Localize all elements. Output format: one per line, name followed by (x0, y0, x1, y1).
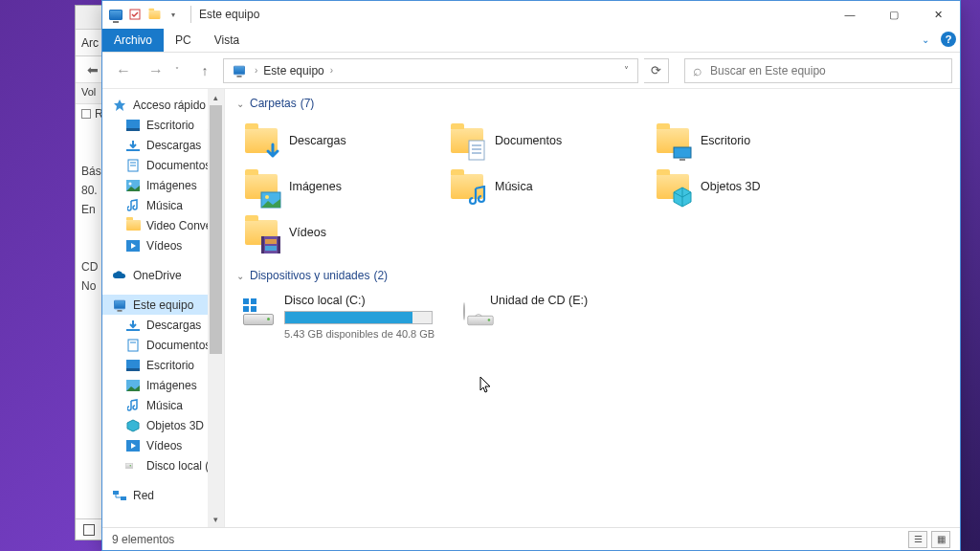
qat-dropdown-icon[interactable]: ▾ (166, 7, 181, 22)
svg-rect-4 (126, 149, 140, 151)
svg-rect-26 (674, 147, 691, 158)
sidebar-item-documentos[interactable]: Documentos📌 (102, 155, 224, 175)
folder-musica[interactable]: Música (442, 164, 648, 209)
close-button[interactable]: ✕ (916, 1, 960, 28)
folder-icon (125, 218, 141, 233)
explorer-window: ▾ Este equipo — ▢ ✕ Archivo PC Vista ⌄ ?… (101, 0, 961, 551)
tab-vista[interactable]: Vista (203, 29, 251, 52)
document-icon (125, 338, 141, 353)
cd-drive-icon (446, 294, 482, 330)
tile-label: Música (495, 180, 533, 193)
video-icon (125, 238, 141, 253)
help-button[interactable]: ? (937, 27, 960, 52)
svg-marker-1 (114, 99, 125, 111)
music-icon (125, 198, 141, 213)
folder-descargas[interactable]: Descargas (236, 118, 442, 164)
folder-imagenes[interactable]: Imágenes (236, 164, 442, 209)
maximize-button[interactable]: ▢ (872, 1, 916, 28)
svg-rect-2 (126, 120, 140, 128)
scroll-down-icon[interactable]: ▾ (208, 511, 224, 527)
folder-documentos[interactable]: Documentos (442, 118, 648, 164)
tile-label: Escritorio (701, 134, 750, 147)
desktop-icon (125, 118, 141, 133)
sidebar-item-escritorio[interactable]: Escritorio (102, 355, 224, 375)
sidebar-item-imagenes[interactable]: Imágenes (102, 375, 224, 395)
sidebar-item-disco-local[interactable]: Disco local (C:) (102, 455, 224, 475)
sidebar-item-videos[interactable]: Vídeos (102, 435, 224, 455)
sidebar-item-documentos[interactable]: Documentos (102, 335, 224, 355)
folder-cube-icon (653, 166, 693, 207)
titlebar[interactable]: ▾ Este equipo — ▢ ✕ (102, 1, 960, 28)
qat-newfolder-icon[interactable] (146, 7, 162, 22)
content-pane[interactable]: ⌄ Carpetas (7) Descargas Documentos (225, 89, 960, 527)
svg-rect-37 (243, 306, 249, 312)
scroll-thumb[interactable] (210, 105, 222, 354)
chevron-right-icon[interactable]: › (328, 65, 335, 76)
sidebar-item-descargas[interactable]: Descargas📌 (102, 135, 224, 155)
mouse-cursor-icon (479, 376, 493, 399)
cloud-icon (112, 268, 127, 283)
search-icon: ⌕ (693, 62, 702, 79)
music-icon (125, 398, 141, 413)
view-details-button[interactable]: ☰ (908, 531, 927, 548)
sidebar-this-pc[interactable]: Este equipo (102, 295, 224, 315)
picture-icon (125, 178, 141, 193)
app-icon (108, 7, 123, 22)
star-icon (112, 98, 127, 113)
navigation-pane[interactable]: Acceso rápido Escritorio📌 Descargas📌 Doc… (102, 89, 225, 527)
folder-videos[interactable]: Vídeos (236, 209, 442, 255)
svg-point-9 (129, 182, 132, 185)
tile-label: Documentos (495, 134, 562, 147)
group-header-carpetas[interactable]: ⌄ Carpetas (7) (236, 97, 948, 110)
tab-archivo[interactable]: Archivo (102, 29, 164, 52)
svg-rect-38 (251, 306, 256, 312)
svg-rect-36 (251, 298, 256, 304)
sidebar-onedrive[interactable]: OneDrive (102, 265, 224, 285)
chevron-right-icon[interactable]: › (253, 65, 259, 76)
sidebar-item-descargas[interactable]: Descargas (102, 315, 224, 335)
sidebar-item-musica[interactable]: Música (102, 395, 224, 415)
nav-forward-button[interactable]: → (143, 57, 169, 84)
qat-properties-icon[interactable] (127, 7, 143, 22)
ribbon-collapse-icon[interactable]: ⌄ (914, 27, 937, 52)
nav-up-button[interactable]: ↑ (192, 58, 217, 83)
breadcrumb[interactable]: Este equipo (259, 64, 327, 77)
drive-icon (125, 458, 141, 474)
search-input[interactable] (710, 64, 944, 77)
drive-cd-e[interactable]: Unidad de CD (E:) (442, 290, 648, 343)
folder-document-icon (447, 121, 487, 161)
sidebar-quick-access[interactable]: Acceso rápido (102, 95, 224, 115)
tile-label: Objetos 3D (701, 180, 761, 193)
svg-rect-12 (126, 329, 140, 331)
sidebar-item-videos[interactable]: Vídeos (102, 235, 224, 255)
sidebar-item-musica[interactable]: Música (102, 195, 224, 215)
svg-rect-15 (126, 360, 140, 368)
view-tiles-button[interactable]: ▦ (931, 531, 950, 548)
search-box[interactable]: ⌕ (684, 58, 952, 83)
cube-icon (125, 418, 141, 433)
sidebar-item-imagenes[interactable]: Imágenes📌 (102, 175, 224, 195)
folder-objetos3d[interactable]: Objetos 3D (648, 164, 854, 209)
address-dropdown-icon[interactable]: ˅ (616, 65, 635, 76)
video-icon (125, 438, 141, 453)
sidebar-network[interactable]: Red (102, 485, 224, 505)
address-bar[interactable]: › Este equipo › ˅ (223, 58, 638, 83)
group-header-dispositivos[interactable]: ⌄ Dispositivos y unidades (2) (236, 269, 948, 282)
minimize-button[interactable]: — (828, 1, 872, 28)
nav-back-button[interactable]: ← (110, 57, 137, 84)
refresh-button[interactable]: ⟳ (644, 58, 669, 83)
sidebar-item-videoconvertid[interactable]: Video Convertid (102, 215, 224, 235)
folder-escritorio[interactable]: Escritorio (648, 118, 854, 164)
drive-capacity-bar (284, 311, 433, 324)
tile-label: Vídeos (289, 226, 326, 239)
sidebar-item-objetos3d[interactable]: Objetos 3D (102, 415, 224, 435)
sidebar-scrollbar[interactable]: ▴ ▾ (208, 89, 224, 527)
drive-disco-local-c[interactable]: Disco local (C:) 5.43 GB disponibles de … (236, 290, 442, 343)
sidebar-item-escritorio[interactable]: Escritorio📌 (102, 115, 224, 135)
nav-recent-dropdown[interactable]: ˅ (175, 66, 187, 75)
tile-label: Imágenes (289, 180, 342, 193)
svg-rect-33 (265, 239, 277, 244)
tile-label: Descargas (289, 134, 346, 147)
tab-pc[interactable]: PC (164, 29, 203, 52)
scroll-up-icon[interactable]: ▴ (208, 89, 224, 105)
